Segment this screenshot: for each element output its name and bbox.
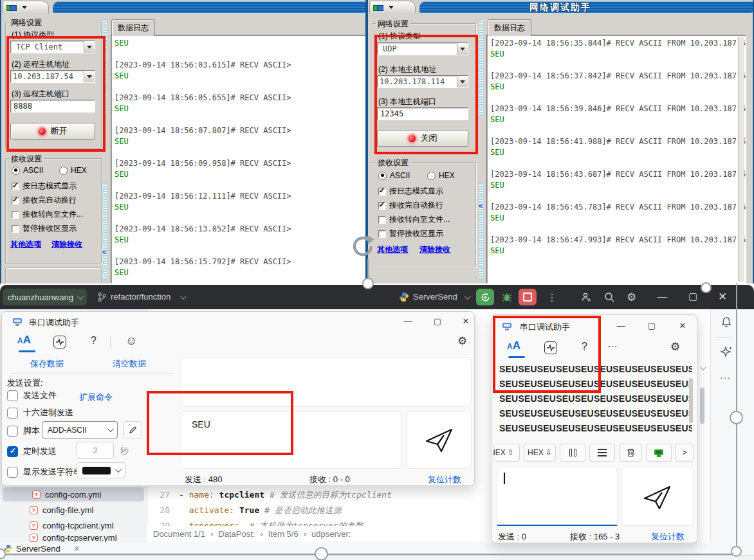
selection-handle[interactable]: [730, 411, 743, 424]
selection-handle[interactable]: [315, 547, 328, 560]
checkbox-icon[interactable]: [7, 408, 18, 419]
radio-ascii[interactable]: ASCII: [378, 171, 410, 180]
checkbox-log-mode[interactable]: 按日志模式显示: [378, 186, 443, 197]
maximize-button[interactable]: ▢: [428, 316, 447, 326]
minimize-button[interactable]: —: [398, 316, 418, 326]
checkbox-to-file[interactable]: 接收转向至文件...: [378, 214, 450, 225]
other-options-link[interactable]: 其他选项: [377, 244, 408, 255]
debug-bug-icon[interactable]: [501, 291, 513, 303]
branch-selector[interactable]: refactor/function: [111, 292, 170, 302]
run-config-selector[interactable]: ServerSend: [413, 292, 457, 302]
checkbox-show-send-string[interactable]: 显示发送字符串: [7, 466, 82, 478]
close-button[interactable]: ✕: [456, 316, 475, 326]
checkbox-icon[interactable]: [378, 216, 386, 224]
checkbox-icon[interactable]: [7, 467, 18, 478]
checkbox-send-file[interactable]: 发送文件: [7, 390, 57, 401]
edit-script-button[interactable]: [123, 421, 142, 438]
checkbox-icon[interactable]: [378, 202, 386, 210]
tree-item-config-tcpclient.yml[interactable]: Yconfig-tcpclient.yml: [0, 518, 147, 532]
rotate-handle-icon[interactable]: [350, 233, 377, 260]
hex-send-toggle-button[interactable]: HEX ⇧: [493, 444, 520, 462]
checkbox-log-mode[interactable]: 按日志模式显示: [12, 181, 77, 192]
checkbox-auto-newline[interactable]: 接收完自动换行: [12, 195, 77, 206]
breadcrumb-item[interactable]: DataPost:: [218, 529, 255, 539]
system-menu-tab[interactable]: [369, 1, 416, 14]
radio-ascii-icon[interactable]: [12, 167, 20, 175]
collapse-arrow-icon[interactable]: <: [479, 202, 483, 210]
hex-display-toggle-button[interactable]: HEX ⇩: [524, 444, 556, 462]
breadcrumb[interactable]: Document 1/1›DataPost:›Item 5/6›udpserve…: [147, 526, 494, 541]
collapse-arrow-icon[interactable]: <: [102, 248, 106, 256]
radio-ascii-icon[interactable]: [378, 172, 387, 180]
timer-interval-input[interactable]: 2: [77, 442, 114, 459]
add-user-icon[interactable]: [580, 291, 592, 303]
font-settings-icon[interactable]: AA: [17, 334, 31, 347]
checkbox-icon[interactable]: [378, 230, 386, 238]
editor-scrollbar[interactable]: [700, 388, 704, 424]
checkbox-icon[interactable]: [7, 390, 18, 401]
data-log-area[interactable]: SEU [2023-09-14 18:56:03.615]# RECV ASCI…: [111, 35, 367, 284]
selection-handle[interactable]: [362, 278, 374, 289]
settings-gear-icon[interactable]: ⚙: [627, 291, 636, 304]
system-menu-tab[interactable]: [3, 1, 49, 14]
selection-handle[interactable]: [731, 546, 742, 557]
checkbox-to-file[interactable]: 接收转向至文件...: [12, 209, 83, 220]
more-actions-icon[interactable]: ⋮: [547, 291, 557, 303]
reset-counter-link[interactable]: 复位计数: [428, 474, 461, 485]
checkbox-icon[interactable]: [12, 211, 19, 219]
clear-button[interactable]: [619, 444, 642, 462]
search-icon[interactable]: [603, 291, 615, 303]
checkbox-icon[interactable]: [12, 225, 19, 233]
pause-button[interactable]: [560, 444, 585, 462]
settings-gear-icon[interactable]: ⚙: [457, 334, 467, 348]
log-list-button[interactable]: [589, 444, 615, 462]
tree-item-config-tcpserver.yml[interactable]: Yconfig-tcpserver.yml: [0, 534, 147, 542]
checkbox-icon[interactable]: [378, 188, 386, 195]
checkbox-timed-send[interactable]: 定时发送: [7, 446, 57, 457]
stop-button[interactable]: [519, 289, 537, 305]
send-text-input[interactable]: [497, 467, 618, 526]
feedback-smiley-icon[interactable]: ☺: [125, 334, 137, 348]
more-tools-icon[interactable]: …: [607, 338, 619, 350]
checkbox-auto-newline[interactable]: 接收完自动换行: [378, 200, 443, 211]
waveform-plotter-icon[interactable]: [53, 336, 66, 348]
minimize-button[interactable]: —: [611, 321, 630, 330]
radio-hex-icon[interactable]: [59, 167, 68, 175]
run-button[interactable]: [476, 289, 494, 305]
tree-item-config-file.yml[interactable]: Yconfig-file.yml: [0, 503, 147, 517]
checkbox-script[interactable]: 脚本: [7, 425, 40, 437]
clear-receive-link[interactable]: 清除接收: [51, 239, 82, 250]
checkbox-pause-display[interactable]: 暂停接收区显示: [12, 223, 77, 234]
minimize-button[interactable]: —: [657, 291, 667, 302]
close-button[interactable]: ✕: [673, 321, 692, 330]
send-button[interactable]: [621, 467, 694, 526]
save-data-link[interactable]: 保存数据: [30, 358, 64, 370]
send-button[interactable]: [406, 411, 472, 469]
send-color-select[interactable]: [77, 462, 125, 478]
radio-hex[interactable]: HEX: [59, 166, 87, 175]
checkbox-icon[interactable]: [7, 426, 18, 437]
checkbox-icon[interactable]: [12, 183, 19, 190]
close-button[interactable]: ✕: [718, 290, 727, 303]
radio-ascii[interactable]: ASCII: [12, 166, 43, 175]
checkbox-pause-display[interactable]: 暂停接收区显示: [378, 228, 443, 239]
receive-scrollbar[interactable]: [689, 378, 693, 423]
maximize-button[interactable]: ▢: [688, 291, 697, 302]
extended-commands-link[interactable]: 扩展命令: [79, 392, 113, 403]
ai-assistant-sparkle-icon[interactable]: [720, 345, 733, 358]
serial-port-button[interactable]: [646, 444, 672, 462]
close-tab-icon[interactable]: ✕: [73, 544, 80, 554]
tree-item-config-com.yml[interactable]: Yconfig-com.yml: [3, 487, 144, 501]
clear-receive-link[interactable]: 清除接收: [419, 244, 450, 255]
checkbox-hex-send[interactable]: 十六进制发送: [7, 407, 73, 419]
radio-hex[interactable]: HEX: [427, 171, 455, 180]
data-log-tab[interactable]: 数据日志: [111, 19, 155, 36]
checkbox-icon[interactable]: [7, 446, 18, 457]
other-options-link[interactable]: 其他选项: [10, 239, 41, 250]
panel-splitter[interactable]: <: [479, 15, 484, 284]
log-scrollbar[interactable]: [738, 37, 744, 282]
radio-hex-icon[interactable]: [427, 172, 436, 180]
notifications-bell-icon[interactable]: [720, 316, 733, 329]
more-tool-windows-icon[interactable]: ···: [720, 372, 731, 383]
help-icon[interactable]: ?: [91, 335, 97, 347]
